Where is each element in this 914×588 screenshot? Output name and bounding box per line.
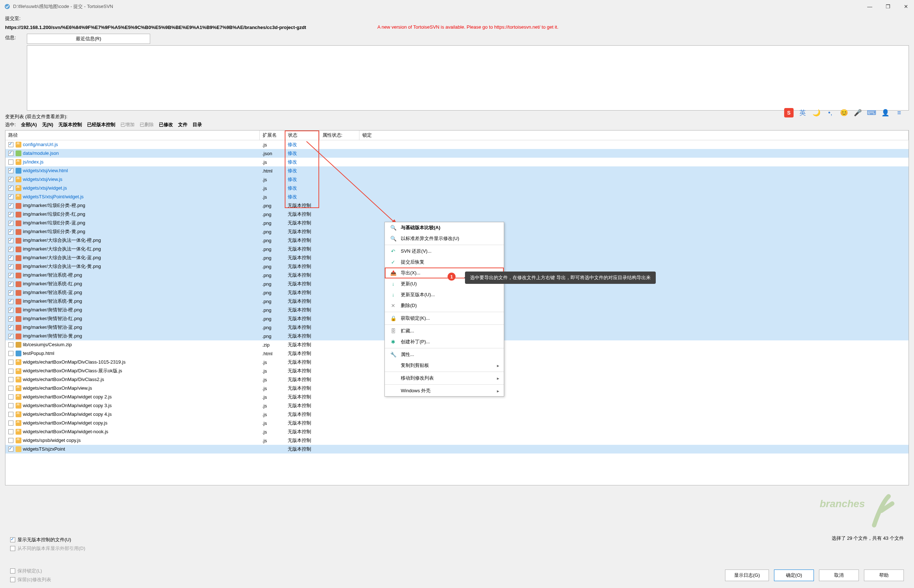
row-checkbox[interactable] <box>8 255 13 261</box>
ok-button[interactable]: 确定(O) <box>774 570 814 581</box>
minimize-button[interactable]: — <box>866 3 874 10</box>
menu-item[interactable]: ✓提交后恢复 <box>385 257 504 268</box>
table-row[interactable]: widgets/spsb/widget copy.js.js无版本控制 <box>5 436 909 445</box>
row-checkbox[interactable] <box>8 403 13 408</box>
row-checkbox[interactable] <box>8 151 13 156</box>
filter-none[interactable]: 无(N) <box>42 121 53 128</box>
menu-item[interactable]: ↶SVN 还原(V)... <box>385 246 504 257</box>
commit-message-input[interactable] <box>27 45 909 111</box>
keyboard-icon[interactable]: ⌨ <box>867 108 876 118</box>
table-row[interactable]: widgets/echartBoxOnMap/widget copy 3.js.… <box>5 401 909 410</box>
mic-icon[interactable]: 🎤 <box>853 108 862 118</box>
table-row[interactable]: img/marker/垃圾E分类-橙.png.png无版本控制 <box>5 201 909 210</box>
row-checkbox[interactable] <box>8 221 13 226</box>
row-checkbox[interactable] <box>8 212 13 217</box>
row-checkbox[interactable] <box>8 204 13 208</box>
table-row[interactable]: img/marker/垃圾E分类-红.png.png无版本控制 <box>5 210 909 219</box>
context-menu[interactable]: 🔍与基础版本比较(A)🔍以标准差异文件显示修改(U)↶SVN 还原(V)...✓… <box>385 222 504 397</box>
row-checkbox[interactable] <box>8 238 13 243</box>
row-checkbox[interactable] <box>8 273 13 278</box>
table-row[interactable]: js/index.js.js修改 <box>5 158 909 166</box>
show-log-button[interactable]: 显示日志(G) <box>725 570 769 581</box>
row-checkbox[interactable] <box>8 282 13 287</box>
keep-changelist-checkbox[interactable] <box>10 577 15 582</box>
row-checkbox[interactable] <box>8 160 13 165</box>
help-button[interactable]: 帮助 <box>864 570 904 581</box>
row-checkbox[interactable] <box>8 229 13 234</box>
emoji-icon[interactable]: 😊 <box>839 108 849 118</box>
table-row[interactable]: widgets/xtsj/view.js.js修改 <box>5 175 909 184</box>
menu-item[interactable]: 🔒获取锁定(K)... <box>385 313 504 324</box>
row-checkbox[interactable] <box>8 308 13 313</box>
row-checkbox[interactable] <box>8 394 13 399</box>
filter-dirs[interactable]: 目录 <box>193 121 202 128</box>
row-checkbox[interactable] <box>8 360 13 365</box>
menu-item[interactable]: ✱创建补丁(P)... <box>385 336 504 347</box>
menu-icon[interactable]: ≡ <box>895 108 904 118</box>
table-row[interactable]: widgets/xtsj/widget.js.js修改 <box>5 184 909 192</box>
menu-item[interactable]: 移动到修改列表▸ <box>385 373 504 384</box>
sogou-icon[interactable]: S <box>784 108 794 118</box>
menu-item[interactable]: 🔧属性... <box>385 349 504 360</box>
table-row[interactable]: widgetsTS/sjzxPoint无版本控制 <box>5 445 909 454</box>
row-checkbox[interactable] <box>8 247 13 252</box>
table-row[interactable]: widgetsTS/xtsjPoint/widget.js.js修改 <box>5 192 909 201</box>
table-row[interactable]: widgets/echartBoxOnMap/widget-nook.js.js… <box>5 427 909 436</box>
row-checkbox[interactable] <box>8 334 13 339</box>
row-checkbox[interactable] <box>8 369 13 374</box>
row-checkbox[interactable] <box>8 264 13 269</box>
person-icon[interactable]: 👤 <box>881 108 890 118</box>
row-checkbox[interactable] <box>8 386 13 391</box>
row-checkbox[interactable] <box>8 142 13 147</box>
show-externals-checkbox[interactable] <box>10 546 15 551</box>
row-checkbox[interactable] <box>8 377 13 382</box>
row-checkbox[interactable] <box>8 168 13 173</box>
row-checkbox[interactable] <box>8 342 13 347</box>
row-checkbox[interactable] <box>8 194 13 199</box>
menu-item[interactable]: ↓更新至版本(U)... <box>385 289 504 300</box>
close-button[interactable]: ✕ <box>903 3 910 10</box>
row-checkbox[interactable] <box>8 317 13 321</box>
lang-icon[interactable]: 英 <box>798 108 807 118</box>
show-unversioned-checkbox[interactable] <box>10 537 15 542</box>
row-checkbox[interactable] <box>8 429 13 434</box>
filter-modified[interactable]: 已修改 <box>159 121 173 128</box>
row-checkbox[interactable] <box>8 412 13 417</box>
row-checkbox[interactable] <box>8 420 13 426</box>
filter-vc[interactable]: 已经版本控制 <box>87 121 115 128</box>
moon-icon[interactable]: 🌙 <box>812 108 821 118</box>
menu-item[interactable]: 🔍与基础版本比较(A) <box>385 222 504 233</box>
filter-novc[interactable]: 无版本控制 <box>58 121 82 128</box>
keep-locks-checkbox[interactable] <box>10 569 15 573</box>
cancel-button[interactable]: 取消 <box>819 570 859 581</box>
punct-icon[interactable]: •, <box>825 108 835 118</box>
recent-messages-button[interactable]: 最近信息(R) <box>27 34 150 44</box>
row-checkbox[interactable] <box>8 325 13 330</box>
row-checkbox[interactable] <box>8 351 13 356</box>
table-row[interactable]: widgets/xtsj/view.html.html修改 <box>5 166 909 175</box>
table-row[interactable]: config/marsUrl.js.js修改 <box>5 140 909 149</box>
table-row[interactable]: widgets/echartBoxOnMap/widget copy.js.js… <box>5 419 909 427</box>
filter-deleted[interactable]: 已删除 <box>140 121 154 128</box>
filter-files[interactable]: 文件 <box>178 121 188 128</box>
filter-all[interactable]: 全部(A) <box>21 121 37 128</box>
update-notice[interactable]: A new version of TortoiseSVN is availabl… <box>377 24 558 30</box>
col-lock[interactable]: 锁定 <box>359 131 909 140</box>
row-checkbox[interactable] <box>8 177 13 182</box>
menu-item[interactable]: 复制到剪贴板▸ <box>385 360 504 371</box>
row-checkbox[interactable] <box>8 186 13 191</box>
col-ext[interactable]: 扩展名 <box>259 131 285 140</box>
row-checkbox[interactable] <box>8 299 13 304</box>
table-row[interactable]: data/module.json.json修改 <box>5 149 909 158</box>
menu-item[interactable]: ✕删除(D) <box>385 300 504 311</box>
row-checkbox[interactable] <box>8 291 13 296</box>
col-status[interactable]: 状态 <box>285 131 319 140</box>
menu-item[interactable]: Windows 外壳▸ <box>385 385 504 396</box>
row-checkbox[interactable] <box>8 438 13 443</box>
col-path[interactable]: 路径 <box>5 131 259 140</box>
menu-item[interactable]: 🗄贮藏... <box>385 326 504 336</box>
col-prop[interactable]: 属性状态: <box>319 131 359 140</box>
row-checkbox[interactable] <box>8 447 13 452</box>
maximize-button[interactable]: ❐ <box>884 3 891 10</box>
table-row[interactable]: widgets/echartBoxOnMap/widget copy 4.js.… <box>5 410 909 419</box>
